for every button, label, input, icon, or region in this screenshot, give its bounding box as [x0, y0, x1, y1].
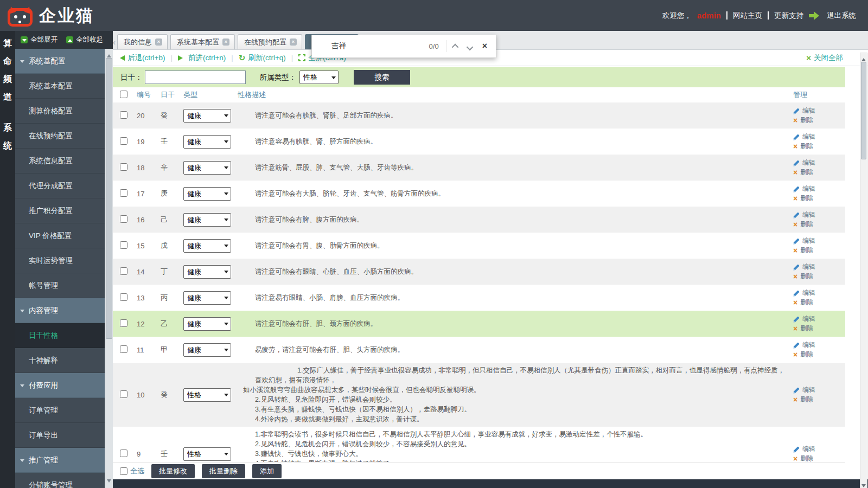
tab[interactable]: 系统基本配置: [170, 34, 235, 49]
sidebar-item[interactable]: 付费应用: [15, 373, 105, 398]
add-button[interactable]: 添加: [252, 464, 282, 478]
edit-link[interactable]: 编辑: [793, 106, 845, 115]
find-previous-icon[interactable]: [451, 43, 458, 50]
scroll-down-icon[interactable]: [861, 484, 866, 488]
delete-link[interactable]: 删除: [793, 115, 845, 125]
delete-link[interactable]: 删除: [793, 454, 845, 462]
channel-0[interactable]: 算命频道: [3, 34, 12, 106]
delete-link[interactable]: 删除: [793, 324, 845, 333]
row-type-select[interactable]: 性格: [183, 447, 231, 461]
row-checkbox[interactable]: [120, 189, 127, 197]
tab-scroll-left-icon[interactable]: [113, 38, 117, 46]
delete-link[interactable]: 删除: [793, 272, 845, 281]
scrollbar-thumb[interactable]: [861, 62, 866, 159]
edit-link[interactable]: 编辑: [793, 314, 845, 324]
delete-link[interactable]: 删除: [793, 298, 845, 307]
delete-link[interactable]: 删除: [793, 395, 845, 404]
sidebar-item[interactable]: 推广管理: [15, 448, 105, 473]
row-type-select[interactable]: 健康: [183, 265, 231, 279]
delete-link[interactable]: 删除: [793, 220, 845, 229]
sidebar-item[interactable]: 测算价格配置: [15, 99, 105, 124]
row-checkbox[interactable]: [120, 390, 127, 398]
select-all-checkbox[interactable]: [120, 467, 127, 475]
forward-button[interactable]: 前进(ctrl+n): [178, 53, 226, 63]
row-type-select[interactable]: 健康: [183, 135, 231, 149]
row-type-select[interactable]: 健康: [183, 187, 231, 201]
edit-link[interactable]: 编辑: [793, 158, 845, 168]
row-checkbox[interactable]: [120, 293, 127, 301]
close-all-button[interactable]: 关闭全部: [806, 53, 864, 63]
row-checkbox[interactable]: [120, 450, 127, 457]
row-checkbox[interactable]: [120, 163, 127, 171]
row-type-select[interactable]: 健康: [183, 317, 231, 331]
delete-link[interactable]: 删除: [793, 350, 845, 359]
batch-delete-button[interactable]: 批量删除: [202, 464, 245, 478]
refresh-button[interactable]: 刷新(ctrl+q): [239, 53, 286, 63]
tab-close-icon[interactable]: [155, 38, 162, 46]
sidebar-item[interactable]: 实时运势管理: [15, 248, 105, 273]
sidebar-item[interactable]: 在线预约配置: [15, 124, 105, 149]
row-type-select[interactable]: 健康: [183, 213, 231, 227]
sidebar-item[interactable]: VIP 价格配置: [15, 223, 105, 248]
row-checkbox[interactable]: [120, 137, 127, 145]
sidebar-item[interactable]: 订单管理: [15, 398, 105, 423]
edit-link[interactable]: 编辑: [793, 341, 845, 350]
search-button[interactable]: 搜索: [354, 70, 410, 85]
scroll-up-icon[interactable]: [107, 52, 111, 57]
type-filter-select[interactable]: 性格: [299, 70, 339, 84]
channel-1[interactable]: 系统: [3, 119, 12, 155]
sidebar-scrollbar[interactable]: [105, 49, 113, 488]
sidebar-item[interactable]: 订单导出: [15, 423, 105, 448]
find-close-icon[interactable]: [482, 41, 487, 51]
row-checkbox[interactable]: [120, 345, 127, 353]
sidebar-item[interactable]: 内容管理: [15, 298, 105, 323]
select-all-header-checkbox[interactable]: [120, 91, 127, 98]
edit-link[interactable]: 编辑: [793, 210, 845, 220]
sidebar-item[interactable]: 日干性格: [15, 323, 105, 348]
sidebar-item[interactable]: 系统基本配置: [15, 74, 105, 99]
delete-link[interactable]: 删除: [793, 142, 845, 151]
row-checkbox[interactable]: [120, 319, 127, 327]
row-type-select[interactable]: 健康: [183, 109, 231, 123]
row-type-select[interactable]: 性格: [183, 388, 231, 402]
page-scrollbar[interactable]: [860, 53, 867, 488]
sidebar-item[interactable]: 帐号管理: [15, 273, 105, 298]
select-all-control[interactable]: 全选: [120, 466, 144, 476]
sidebar-item[interactable]: 十神解释: [15, 348, 105, 373]
collapse-all-button[interactable]: 全部收起: [66, 35, 103, 44]
sidebar-item[interactable]: 分销账号管理: [15, 473, 105, 488]
tab[interactable]: 在线预约配置: [238, 34, 302, 49]
sidebar-item[interactable]: 系统基配置: [15, 49, 105, 74]
scroll-down-icon[interactable]: [107, 479, 111, 485]
logout-link[interactable]: 退出系统: [809, 11, 856, 21]
sidebar-item[interactable]: 推广积分配置: [15, 198, 105, 223]
row-type-select[interactable]: 健康: [183, 291, 231, 305]
edit-link[interactable]: 编辑: [793, 184, 845, 194]
tab-close-icon[interactable]: [222, 38, 229, 46]
find-next-icon[interactable]: [466, 43, 473, 50]
scroll-up-icon[interactable]: [861, 56, 866, 61]
stem-filter-input[interactable]: [145, 70, 246, 84]
edit-link[interactable]: 编辑: [793, 236, 845, 246]
delete-link[interactable]: 删除: [793, 194, 845, 203]
update-support-link[interactable]: 更新支持: [774, 11, 803, 21]
tab[interactable]: 我的信息: [117, 34, 168, 49]
row-checkbox[interactable]: [120, 267, 127, 275]
row-checkbox[interactable]: [120, 111, 127, 119]
edit-link[interactable]: 编辑: [793, 386, 845, 395]
row-checkbox[interactable]: [120, 241, 127, 249]
tab-close-icon[interactable]: [290, 38, 297, 46]
edit-link[interactable]: 编辑: [793, 262, 845, 272]
expand-all-button[interactable]: 全部展开: [21, 35, 58, 44]
sidebar-item[interactable]: 系统信息配置: [15, 149, 105, 174]
edit-link[interactable]: 编辑: [793, 445, 845, 454]
row-type-select[interactable]: 健康: [183, 161, 231, 175]
row-type-select[interactable]: 健康: [183, 239, 231, 253]
edit-link[interactable]: 编辑: [793, 288, 845, 298]
back-button[interactable]: 后退(ctrl+b): [117, 53, 165, 63]
edit-link[interactable]: 编辑: [793, 132, 845, 142]
scrollbar-thumb[interactable]: [106, 58, 112, 339]
row-checkbox[interactable]: [120, 215, 127, 223]
delete-link[interactable]: 删除: [793, 168, 845, 177]
batch-edit-button[interactable]: 批量修改: [151, 464, 195, 478]
